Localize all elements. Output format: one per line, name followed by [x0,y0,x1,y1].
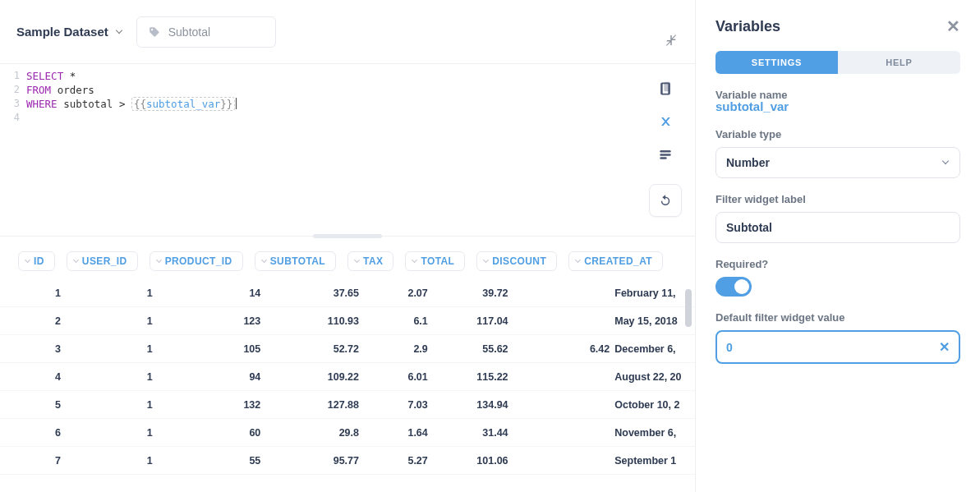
close-icon[interactable]: ✕ [946,16,960,36]
variables-button[interactable] [657,113,674,130]
svg-rect-2 [660,154,670,156]
table-row[interactable]: 616029.81.6431.44November 6, [0,419,695,447]
chevron-down-icon [575,257,581,263]
clear-icon[interactable]: ✕ [939,339,950,355]
variable-type-label: Variable type [715,128,960,140]
tag-icon [149,26,160,38]
required-label: Required? [715,258,960,270]
variables-panel: Variables ✕ SETTINGS HELP Variable name … [695,0,980,492]
svg-rect-3 [660,157,666,159]
panel-tabs: SETTINGS HELP [715,51,960,74]
table-header: ID USER_ID PRODUCT_ID SUBTOTAL TAX TOTAL… [0,251,695,271]
chevron-down-icon [73,257,79,263]
snippets-button[interactable] [657,80,674,97]
column-header-total[interactable]: TOTAL [405,251,465,271]
filter-chip-label: Subtotal [168,25,210,39]
column-header-id[interactable]: ID [18,251,55,271]
table-body: 111437.652.0739.72February 11,21123110.9… [0,279,695,475]
scrollbar-thumb[interactable] [685,289,692,327]
default-value-input[interactable]: ✕ [715,330,960,364]
required-toggle[interactable] [715,277,752,297]
table-row[interactable]: 21123110.936.1117.04May 15, 2018 [0,307,695,335]
refresh-icon [658,193,673,208]
datasource-label: Sample Dataset [16,25,108,39]
column-header-created-at[interactable]: CREATED_AT [568,251,663,271]
variable-name-value: subtotal_var [715,99,960,113]
variable-type-select[interactable]: Number [715,147,960,178]
svg-rect-0 [664,82,670,92]
default-value-label: Default filter widget value [715,311,960,324]
table-row[interactable]: 3110552.722.955.626.42December 6, [0,335,695,363]
tab-settings[interactable]: SETTINGS [715,51,838,74]
column-header-subtotal[interactable]: SUBTOTAL [255,251,336,271]
sql-editor[interactable]: SELECT * FROM orders WHERE subtotal > {{… [20,64,695,236]
chevron-down-icon [354,257,360,263]
filter-chip-subtotal[interactable]: Subtotal [136,16,276,48]
filter-widget-label-label: Filter widget label [715,193,960,205]
text-caret [236,98,237,109]
editor-gutter: 1 2 3 4 [0,64,20,236]
table-row[interactable]: 4194109.226.01115.22August 22, 20 [0,363,695,391]
table-row[interactable]: 111437.652.0739.72February 11, [0,279,695,307]
run-query-button[interactable] [649,184,682,217]
column-header-product-id[interactable]: PRODUCT_ID [150,251,243,271]
filter-widget-label-input[interactable] [715,212,960,243]
chevron-down-icon [25,257,30,263]
chevron-down-icon [483,257,489,263]
table-row[interactable]: 715595.775.27101.06September 1 [0,447,695,475]
svg-rect-1 [660,150,670,153]
chevron-down-icon [156,257,162,263]
data-reference-button[interactable] [657,146,674,163]
datasource-selector[interactable]: Sample Dataset [16,25,123,39]
collapse-editor-button[interactable] [664,33,679,48]
table-row[interactable]: 51132127.887.03134.94October 10, 2 [0,391,695,419]
column-header-tax[interactable]: TAX [347,251,393,271]
panel-title: Variables [715,18,780,35]
column-header-discount[interactable]: DISCOUNT [476,251,557,271]
chevron-down-icon [261,257,267,263]
tab-help[interactable]: HELP [838,51,960,74]
chevron-down-icon [942,158,949,164]
chevron-down-icon [412,257,417,263]
chevron-down-icon [115,26,122,33]
column-header-user-id[interactable]: USER_ID [67,251,138,271]
